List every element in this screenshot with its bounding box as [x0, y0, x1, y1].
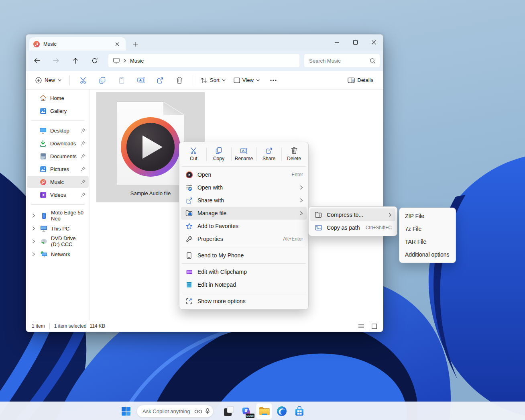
share-button[interactable] [152, 73, 168, 88]
expand-chevron-icon[interactable] [31, 226, 37, 230]
quick-action-label: Cut [190, 156, 197, 161]
task-view-button[interactable] [221, 403, 237, 419]
compress-to-submenu: ZIP File 7z File TAR File Additional opt… [399, 208, 456, 263]
menu-item-open[interactable]: Open Enter [181, 168, 307, 181]
edge-icon [277, 406, 287, 416]
window-controls [328, 35, 383, 50]
submenu-item-compress-to[interactable]: Compress to... [310, 208, 395, 221]
search-icon[interactable] [370, 58, 376, 64]
copilot-search-box[interactable] [136, 405, 214, 418]
sidebar-item-label: Downloads [50, 141, 76, 147]
sidebar-item-downloads[interactable]: Downloads [27, 137, 89, 149]
delete-icon [291, 147, 297, 154]
search-input[interactable] [309, 58, 370, 64]
star-icon [185, 222, 193, 230]
submenu-item-zip-file[interactable]: ZIP File [401, 210, 454, 222]
sidebar-item-dvd-drive[interactable]: DVD Drive (D:) CCC [27, 235, 89, 247]
m365-badge: M365 [246, 414, 254, 418]
rename-button[interactable] [133, 73, 149, 88]
submenu-item-additional-options[interactable]: Additional options [401, 248, 454, 261]
copilot-vision-glasses-icon[interactable] [194, 409, 202, 414]
copy-button[interactable] [94, 73, 110, 88]
chevron-down-icon [256, 79, 260, 82]
new-button[interactable]: New [31, 74, 66, 86]
selection-size: 114 KB [90, 323, 105, 329]
microsoft-store-button[interactable] [291, 403, 307, 419]
more-toolbar-button[interactable] [265, 73, 281, 88]
file-explorer-button[interactable] [256, 403, 272, 419]
forward-button[interactable] [49, 54, 63, 67]
tab-music[interactable]: Music [29, 37, 126, 51]
menu-item-open-with[interactable]: Open with [181, 181, 307, 194]
search-box[interactable] [304, 54, 380, 67]
copy-icon [215, 147, 222, 154]
minimize-button[interactable] [328, 35, 346, 50]
microphone-icon[interactable] [205, 408, 210, 414]
new-tab-button[interactable] [130, 39, 141, 49]
sidebar-item-documents[interactable]: Documents [27, 150, 89, 162]
back-button[interactable] [30, 54, 44, 67]
delete-button[interactable] [171, 73, 187, 88]
edge-browser-button[interactable] [274, 403, 290, 419]
menu-item-label: Open with [197, 184, 295, 191]
menu-item-share-with[interactable]: Share with [181, 194, 307, 207]
menu-item-manage-file[interactable]: Manage file [181, 207, 307, 220]
tab-close-icon[interactable] [113, 40, 122, 49]
menu-item-properties[interactable]: Properties Alt+Enter [181, 232, 307, 245]
selection-count: 1 item selected [54, 323, 87, 329]
submenu-item-copy-as-path[interactable]: Copy as path Ctrl+Shift+C [310, 221, 395, 234]
paste-button[interactable] [114, 73, 130, 88]
submenu-item-7z-file[interactable]: 7z File [401, 222, 454, 235]
expand-chevron-icon[interactable] [31, 252, 37, 256]
context-menu: Cut Copy Rename Share Delete Open Enter … [179, 142, 309, 310]
menu-item-show-more-options[interactable]: Show more options [181, 295, 307, 308]
sidebar-item-gallery[interactable]: Gallery [27, 105, 89, 117]
close-button[interactable] [364, 35, 383, 50]
up-button[interactable] [69, 54, 82, 67]
start-button[interactable] [118, 403, 134, 419]
menu-item-edit-in-notepad[interactable]: Edit in Notepad [181, 278, 307, 291]
submenu-item-tar-file[interactable]: TAR File [401, 235, 454, 248]
menu-item-send-to-my-phone[interactable]: Send to My Phone [181, 249, 307, 262]
menu-item-add-to-favorites[interactable]: Add to Favorites [181, 220, 307, 232]
share-quick-button[interactable]: Share [256, 144, 282, 165]
sidebar-item-moto-edge[interactable]: Moto Edge 50 Neo [27, 210, 89, 222]
breadcrumb[interactable]: Music [130, 58, 144, 64]
copilot-search-input[interactable] [142, 408, 191, 414]
sort-button[interactable]: Sort [197, 74, 230, 86]
sidebar-item-music[interactable]: Music [27, 176, 89, 188]
view-button[interactable]: View [230, 74, 264, 86]
menu-item-edit-with-clipchamp[interactable]: Edit with Clipchamp [181, 265, 307, 278]
maximize-button[interactable] [346, 35, 364, 50]
rename-quick-button[interactable]: Rename [231, 144, 256, 165]
toolbar-divider [193, 75, 193, 86]
sidebar-devices: Moto Edge 50 Neo This PC DVD Drive (D:) … [26, 210, 90, 260]
details-button[interactable]: Details [344, 74, 377, 86]
dvd-drive-icon [40, 238, 47, 245]
refresh-button[interactable] [88, 54, 102, 67]
sidebar-item-label: Home [50, 95, 64, 101]
menu-item-label: Send to My Phone [197, 252, 303, 259]
cut-quick-button[interactable]: Cut [181, 144, 206, 165]
m365-copilot-button[interactable]: M365 [238, 403, 254, 419]
sidebar-item-network[interactable]: Network [27, 248, 89, 260]
sidebar-item-this-pc[interactable]: This PC [27, 222, 89, 234]
delete-quick-button[interactable]: Delete [281, 144, 307, 165]
sidebar-item-label: Pictures [50, 166, 69, 172]
sidebar-item-desktop[interactable]: Desktop [27, 124, 89, 137]
thumbnail-view-toggle[interactable] [370, 322, 378, 330]
sidebar-item-videos[interactable]: Videos [27, 189, 89, 201]
item-count: 1 item [32, 323, 45, 329]
expand-chevron-icon[interactable] [31, 239, 37, 243]
sidebar-item-pictures[interactable]: Pictures [27, 163, 89, 175]
cut-button[interactable] [75, 73, 91, 88]
menu-item-label: Show more options [197, 298, 303, 304]
address-bar[interactable]: Music [108, 54, 300, 67]
expand-chevron-icon[interactable] [31, 214, 37, 218]
list-view-toggle[interactable] [357, 322, 365, 330]
videos-icon [39, 191, 47, 198]
copy-quick-button[interactable]: Copy [206, 144, 232, 165]
submenu-chevron-icon [300, 211, 303, 215]
chevron-down-icon [222, 79, 226, 82]
sidebar-item-home[interactable]: Home [27, 92, 89, 104]
